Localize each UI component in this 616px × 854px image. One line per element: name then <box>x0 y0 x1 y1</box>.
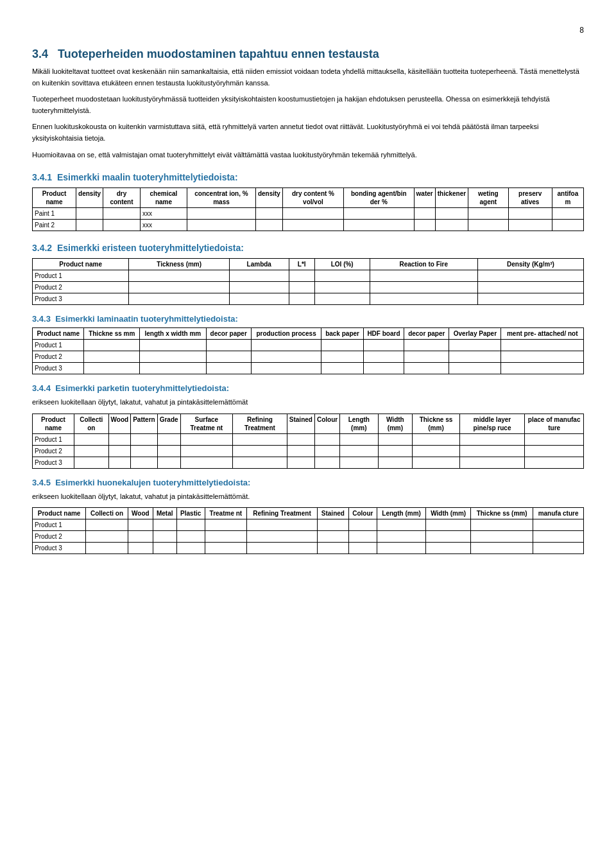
table-row: Paint 2 xxx <box>33 220 584 231</box>
table-row: Paint 1 xxx <box>33 208 584 220</box>
section-345-subtext: erikseen luokitellaan öljytyt, lakatut, … <box>32 491 584 503</box>
table-row: Product 1 <box>33 270 584 282</box>
col-grade: Grade <box>157 414 180 433</box>
col-preservatives: preserv atives <box>508 188 552 208</box>
section-343-heading: 3.4.3 Esimerkki laminaatin tuoteryhmitte… <box>32 314 584 324</box>
col-weting-agent: weting agent <box>468 188 508 208</box>
paragraph-1: Mikäli luokiteltavat tuotteet ovat keske… <box>32 66 584 89</box>
table-row: Product 2 <box>33 282 584 293</box>
intro-paragraphs: Mikäli luokiteltavat tuotteet ovat keske… <box>32 66 584 161</box>
col-lstar: L*l <box>289 259 314 270</box>
col-plastic: Plastic <box>176 508 205 519</box>
col-wood: Wood <box>108 414 131 433</box>
col-lambda: Lambda <box>230 259 289 270</box>
col-product-name: Product name <box>33 414 74 433</box>
col-reaction: Reaction to Fire <box>370 259 477 270</box>
col-manufacture: manufa cture <box>533 508 584 519</box>
col-loi: LOI (%) <box>314 259 370 270</box>
col-back-paper: back paper <box>321 328 363 340</box>
table-row: Product 3 <box>33 543 584 554</box>
paragraph-2: Tuoteperheet muodostetaan luokitustyöryh… <box>32 94 584 116</box>
section-344-heading: 3.4.4 Esimerkki parketin tuoteryhmittely… <box>32 383 584 393</box>
col-antifoam: antifoa m <box>552 188 583 208</box>
col-treatment: Treatme nt <box>205 508 246 519</box>
col-dry-content: dry content <box>103 188 141 208</box>
section-342-heading: 3.4.2 Esimerkki eristeen tuoteryhmittely… <box>32 243 584 253</box>
table-row: Product 3 <box>33 457 584 468</box>
col-bonding-agent: bonding agent/bin der % <box>343 188 414 208</box>
col-thickness-mm: Thickne ss mm <box>84 328 140 340</box>
col-density-kg: Density (Kg/m³) <box>477 259 583 270</box>
col-wood: Wood <box>128 508 153 519</box>
table-342: Product name Tickness (mm) Lambda L*l LO… <box>32 258 584 305</box>
col-colour: Colour <box>348 508 377 519</box>
col-pattern: Pattern <box>131 414 157 433</box>
col-metal: Metal <box>153 508 176 519</box>
col-overlay-paper: Overlay Paper <box>449 328 501 340</box>
col-stained: Stained <box>318 508 349 519</box>
table-row: Product 1 <box>33 433 584 445</box>
col-length-mm: Length (mm) <box>340 414 378 433</box>
table-row: Product 2 <box>33 351 584 363</box>
table-345: Product name Collecti on Wood Metal Plas… <box>32 507 584 554</box>
col-length-width: length x width mm <box>140 328 207 340</box>
col-thickness-mm2: Thickne ss (mm) <box>413 414 460 433</box>
table-row: Product 1 <box>33 519 584 531</box>
col-tickness: Tickness (mm) <box>129 259 230 270</box>
paragraph-4: Huomioitavaa on se, että valmistajan oma… <box>32 150 584 161</box>
col-chemical-name: chemical name <box>140 188 187 208</box>
col-concentration: concentrat ion, % mass <box>187 188 256 208</box>
table-row: Product 2 <box>33 445 584 457</box>
page-number: 8 <box>32 26 584 35</box>
col-middle-layer: middle layer pine/sp ruce <box>459 414 525 433</box>
col-density: density <box>76 188 103 208</box>
col-product-name: Product name <box>33 188 76 208</box>
col-surface-treatment: Surface Treatme nt <box>180 414 233 433</box>
col-thickener: thickener <box>435 188 468 208</box>
paragraph-3: Ennen luokituskokousta on kuitenkin varm… <box>32 121 584 144</box>
table-row: Product 2 <box>33 531 584 543</box>
table-343: Product name Thickne ss mm length x widt… <box>32 327 584 374</box>
section-345-heading: 3.4.5 Esimerkki huonekalujen tuoteryhmit… <box>32 478 584 487</box>
col-hdf-board: HDF board <box>363 328 404 340</box>
table-row: Product 3 <box>33 363 584 374</box>
col-dry-content-vol: dry content % vol/vol <box>282 188 343 208</box>
col-refining-treatment: Refining Treatment <box>246 508 317 519</box>
col-collection: Collecti on <box>74 414 109 433</box>
col-product-name: Product name <box>33 508 86 519</box>
col-water: water <box>414 188 435 208</box>
col-collection: Collecti on <box>86 508 128 519</box>
section-341-heading: 3.4.1 Esimerkki maalin tuoteryhmittelyti… <box>32 172 584 182</box>
main-heading: 3.4 Tuoteperheiden muodostaminen tapahtu… <box>32 48 584 61</box>
table-341: Product name density dry content chemica… <box>32 187 584 231</box>
col-place-manufacture: place of manufac ture <box>525 414 584 433</box>
col-product-name: Product name <box>33 259 129 270</box>
col-decor-paper2: decor paper <box>404 328 449 340</box>
col-production-process: production process <box>251 328 321 340</box>
col-decor-paper: decor paper <box>206 328 251 340</box>
col-ment-pre: ment pre- attached/ not <box>501 328 584 340</box>
col-length-mm: Length (mm) <box>377 508 425 519</box>
col-refining-treatment: Refining Treatment <box>233 414 287 433</box>
col-stained: Stained <box>287 414 314 433</box>
table-row: Product 1 <box>33 340 584 351</box>
col-thickness-mm: Thickne ss (mm) <box>471 508 533 519</box>
table-row: Product 3 <box>33 293 584 305</box>
section-344-subtext: erikseen luokitellaan öljytyt, lakatut, … <box>32 397 584 408</box>
table-344: Product name Collecti on Wood Pattern Gr… <box>32 414 584 469</box>
col-colour: Colour <box>314 414 339 433</box>
col-width-mm: Width (mm) <box>426 508 471 519</box>
col-product-name: Product name <box>33 328 84 340</box>
col-width-mm: Width (mm) <box>378 414 413 433</box>
col-density2: density <box>255 188 282 208</box>
